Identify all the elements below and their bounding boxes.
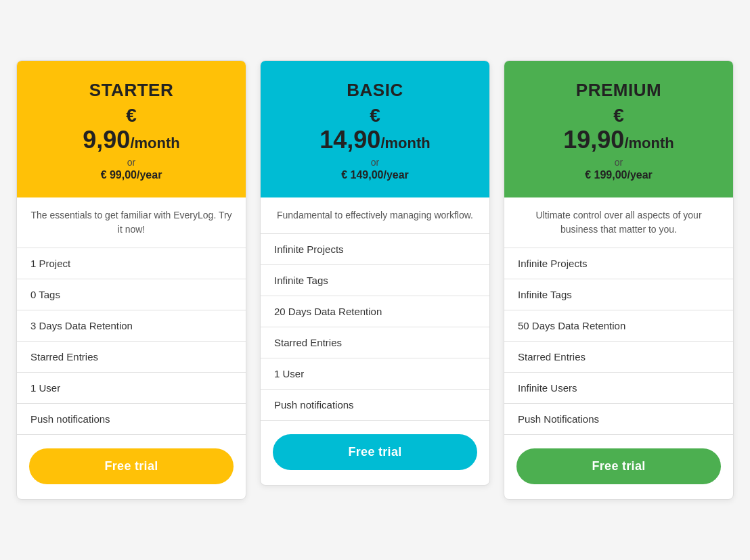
plan-name-starter: STARTER [30,80,232,101]
plan-feature-item: Infinite Projects [261,234,489,265]
plan-feature-item: Infinite Projects [504,248,733,279]
plan-cta-button-premium[interactable]: Free trial [516,448,721,484]
plan-name-premium: PREMIUM [518,80,720,101]
plan-body-basic: Fundamental to effectively managing work… [261,197,489,485]
plan-body-starter: The essentials to get familiar with Ever… [17,197,246,499]
plan-cta-wrapper-premium: Free trial [504,435,733,499]
plan-price-row-basic: 14,90/month [274,126,476,154]
plan-feature-item: 1 Project [17,248,246,279]
plan-card-starter: STARTER€9,90/monthor€ 99,00/yearThe esse… [16,60,246,500]
plan-card-premium: PREMIUM€19,90/monthor€ 199,00/yearUltima… [504,60,734,500]
plan-price-row-premium: 19,90/month [518,126,720,154]
plan-price-row-starter: 9,90/month [30,126,232,154]
plan-period-premium: /month [624,135,674,151]
plan-name-basic: BASIC [274,80,476,101]
plan-feature-item: Push Notifications [504,404,733,435]
plan-features-premium: Infinite ProjectsInfinite Tags50 Days Da… [504,248,733,435]
plan-annual-premium: € 199,00/year [518,169,720,181]
plan-or-basic: or [274,157,476,168]
plan-feature-item: Push notifications [261,390,489,421]
plan-currency-basic: € [274,105,476,126]
plan-description-basic: Fundamental to effectively managing work… [261,197,489,234]
plan-header-starter: STARTER€9,90/monthor€ 99,00/year [17,61,246,198]
plan-annual-starter: € 99,00/year [30,169,232,181]
plan-feature-item: Infinite Users [504,373,733,404]
plan-price-premium: 19,90 [563,126,624,154]
plan-feature-item: 20 Days Data Retention [261,296,489,327]
plan-price-basic: 14,90 [319,126,380,154]
plan-feature-item: 3 Days Data Retention [17,310,246,342]
plan-feature-item: Starred Entries [17,342,246,373]
plan-feature-item: Push notifications [17,404,246,435]
plan-feature-item: Starred Entries [504,342,733,373]
plan-feature-item: 1 User [17,373,246,404]
plan-header-basic: BASIC€14,90/monthor€ 149,00/year [261,61,489,198]
pricing-section: STARTER€9,90/monthor€ 99,00/yearThe esse… [0,40,750,521]
plan-annual-basic: € 149,00/year [274,169,476,181]
plan-feature-item: 0 Tags [17,279,246,310]
plan-price-starter: 9,90 [83,126,130,154]
plan-period-starter: /month [130,135,179,151]
plan-card-basic: BASIC€14,90/monthor€ 149,00/yearFundamen… [260,60,490,486]
plan-period-basic: /month [380,135,430,151]
plan-or-starter: or [30,157,232,168]
plan-description-starter: The essentials to get familiar with Ever… [17,197,246,248]
plan-or-premium: or [518,157,720,168]
plan-features-starter: 1 Project0 Tags3 Days Data RetentionStar… [17,248,246,435]
plan-cta-wrapper-basic: Free trial [261,421,489,485]
plan-feature-item: Starred Entries [261,327,489,358]
plan-cta-wrapper-starter: Free trial [17,435,246,499]
plan-header-premium: PREMIUM€19,90/monthor€ 199,00/year [504,61,733,198]
plan-cta-button-basic[interactable]: Free trial [273,434,477,470]
plan-feature-item: Infinite Tags [261,265,489,296]
plan-description-premium: Ultimate control over all aspects of you… [504,197,733,248]
plan-body-premium: Ultimate control over all aspects of you… [504,197,733,499]
plan-feature-item: Infinite Tags [504,279,733,310]
plan-currency-premium: € [518,105,720,126]
plan-feature-item: 50 Days Data Retention [504,310,733,342]
plan-features-basic: Infinite ProjectsInfinite Tags20 Days Da… [261,234,489,421]
plan-currency-starter: € [30,105,232,126]
plan-cta-button-starter[interactable]: Free trial [29,448,234,484]
plan-feature-item: 1 User [261,358,489,390]
